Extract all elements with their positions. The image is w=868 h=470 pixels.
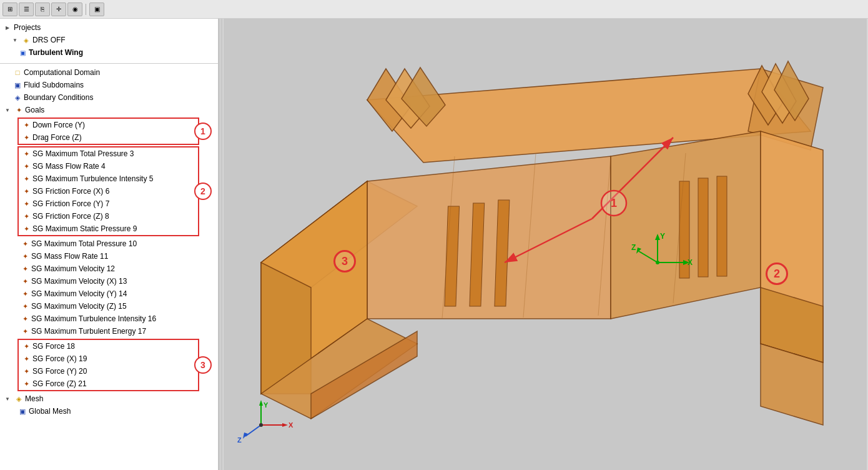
tree-item-sg20[interactable]: ✦ SG Force (Y) 20 <box>19 365 198 378</box>
sg13-label: SG Maximum Velocity (X) 13 <box>31 277 127 286</box>
tree-item-sg6[interactable]: ✦ SG Friction Force (X) 6 <box>19 185 198 198</box>
main-area: ▶ Projects ▼ ◈ DRS OFF ▣ Turbulent Wing <box>0 19 868 470</box>
sg8-icon: ✦ <box>21 211 31 221</box>
left-panel: ▶ Projects ▼ ◈ DRS OFF ▣ Turbulent Wing <box>0 19 219 470</box>
tree-item-sg15[interactable]: ✦ SG Maximum Velocity (Z) 15 <box>0 300 218 312</box>
sg20-label: SG Force (Y) 20 <box>32 367 87 376</box>
wing-label: Turbulent Wing <box>29 48 83 57</box>
goals-icon: ✦ <box>14 105 24 115</box>
svg-rect-16 <box>717 176 727 276</box>
sg16-icon: ✦ <box>20 314 30 324</box>
fluid-icon: ▣ <box>12 80 22 90</box>
tree-item-sg4[interactable]: ✦ SG Mass Flow Rate 4 <box>19 160 198 172</box>
sg6-icon: ✦ <box>21 186 31 196</box>
global-mesh-icon: ▣ <box>17 406 27 416</box>
mesh-icon: ◈ <box>14 394 24 404</box>
expand-icon-goals: ▼ <box>2 105 12 115</box>
sg13-icon: ✦ <box>20 276 30 286</box>
sg15-icon: ✦ <box>20 301 30 311</box>
svg-marker-5 <box>367 156 611 319</box>
sg17-icon: ✦ <box>20 326 30 336</box>
toolbar-btn-cross[interactable]: ✛ <box>51 2 66 16</box>
dragforce-icon: ✦ <box>21 132 31 142</box>
svg-text:1: 1 <box>611 197 617 209</box>
goals-label: Goals <box>25 106 44 114</box>
tree-item-sg8[interactable]: ✦ SG Friction Force (Z) 8 <box>19 210 198 222</box>
sg14-label: SG Maximum Velocity (Y) 14 <box>31 289 127 298</box>
tree-item-sg21[interactable]: ✦ SG Force (Z) 21 <box>19 378 198 390</box>
svg-text:X: X <box>688 258 693 267</box>
sg12-icon: ✦ <box>20 264 30 274</box>
tree-item-sg12[interactable]: ✦ SG Maximum Velocity 12 <box>0 262 218 275</box>
sg9-icon: ✦ <box>21 224 31 234</box>
toolbar: ⊞ ☰ ⎘ ✛ ◉ ▣ <box>0 0 868 19</box>
tree-item-downforce[interactable]: ✦ Down Force (Y) <box>19 119 198 131</box>
tree-item-mesh[interactable]: ▼ ◈ Mesh <box>0 392 218 405</box>
sg18-label: SG Force 18 <box>32 342 75 351</box>
tree-item-global-mesh[interactable]: ▣ Global Mesh <box>0 405 218 418</box>
svg-point-42 <box>656 261 659 264</box>
tree-item-dragforce[interactable]: ✦ Drag Force (Z) <box>19 131 198 144</box>
sg8-label: SG Friction Force (Z) 8 <box>32 212 109 221</box>
svg-point-52 <box>259 423 263 427</box>
viewport-badge-3: 3 <box>333 250 356 272</box>
tree-item-sg11[interactable]: ✦ SG Mass Flow Rate 11 <box>0 250 218 262</box>
viewport[interactable]: Y X Z Y X <box>222 19 868 470</box>
sg3-icon: ✦ <box>21 149 31 159</box>
tree-item-sg7[interactable]: ✦ SG Friction Force (Y) 7 <box>19 198 198 210</box>
sg9-label: SG Maximum Static Pressure 9 <box>32 224 137 233</box>
goals-between-groups: ✦ SG Maximum Total Pressure 10 ✦ SG Mass… <box>0 238 218 338</box>
group3-badge: 3 <box>194 356 212 374</box>
sg10-icon: ✦ <box>20 239 30 249</box>
drs-label: DRS OFF <box>32 36 66 44</box>
goals-group-3-box: ✦ SG Force 18 ✦ SG Force (X) 19 ✦ SG For… <box>17 339 199 391</box>
sg19-label: SG Force (X) 19 <box>32 354 87 363</box>
tree-item-sg3[interactable]: ✦ SG Maximum Total Pressure 3 <box>19 148 198 160</box>
tree-item-wing[interactable]: ▣ Turbulent Wing <box>0 46 218 59</box>
tree-item-sg18[interactable]: ✦ SG Force 18 <box>19 340 198 352</box>
sg3-label: SG Maximum Total Pressure 3 <box>32 149 134 158</box>
toolbar-btn-copy[interactable]: ⎘ <box>35 2 50 16</box>
mesh-label: Mesh <box>25 394 43 403</box>
toolbar-btn-grid[interactable]: ⊞ <box>2 2 17 16</box>
sg5-label: SG Maximum Turbulence Intensity 5 <box>32 174 153 183</box>
tree-item-sg16[interactable]: ✦ SG Maximum Turbulence Intensity 16 <box>0 312 218 325</box>
tree-item-projects[interactable]: ▶ Projects <box>0 21 218 34</box>
toolbar-btn-list[interactable]: ☰ <box>19 2 34 16</box>
comp-domain-icon: □ <box>12 68 22 78</box>
svg-text:Y: Y <box>264 401 269 409</box>
tree-item-sg19[interactable]: ✦ SG Force (X) 19 <box>19 352 198 365</box>
sg10-label: SG Maximum Total Pressure 10 <box>31 239 137 248</box>
dragforce-label: Drag Force (Z) <box>32 133 82 142</box>
tree-item-sg9[interactable]: ✦ SG Maximum Static Pressure 9 <box>19 222 198 235</box>
toolbar-btn-square[interactable]: ▣ <box>89 2 104 16</box>
tree-item-drs[interactable]: ▼ ◈ DRS OFF <box>0 34 218 46</box>
tree-item-sg17[interactable]: ✦ SG Maximum Turbulent Energy 17 <box>0 325 218 338</box>
sg19-icon: ✦ <box>21 354 31 364</box>
sg17-label: SG Maximum Turbulent Energy 17 <box>31 327 146 336</box>
svg-text:Z: Z <box>631 243 636 252</box>
expand-icon-projects: ▶ <box>2 22 12 32</box>
sg11-label: SG Mass Flow Rate 11 <box>31 252 108 261</box>
sg7-icon: ✦ <box>21 199 31 209</box>
sg18-icon: ✦ <box>21 341 31 351</box>
group2-badge: 2 <box>194 182 212 200</box>
tree-item-fluid[interactable]: ▣ Fluid Subdomains <box>0 79 218 91</box>
toolbar-btn-circle[interactable]: ◉ <box>67 2 82 16</box>
tree-item-comp-domain[interactable]: □ Computational Domain <box>0 66 218 79</box>
goals-group-2-box: ✦ SG Maximum Total Pressure 3 ✦ SG Mass … <box>17 146 199 236</box>
tree-item-sg10[interactable]: ✦ SG Maximum Total Pressure 10 <box>0 238 218 250</box>
tree-item-goals-header[interactable]: ▼ ✦ Goals <box>0 104 218 116</box>
downforce-icon: ✦ <box>21 120 31 130</box>
projects-label: Projects <box>14 23 41 32</box>
tree-item-sg5[interactable]: ✦ SG Maximum Turbulence Intensity 5 <box>19 172 198 185</box>
tree-item-boundary[interactable]: ◈ Boundary Conditions <box>0 91 218 104</box>
sg11-icon: ✦ <box>20 251 30 261</box>
tree-section: ▶ Projects ▼ ◈ DRS OFF ▣ Turbulent Wing <box>0 19 218 470</box>
tree-item-sg14[interactable]: ✦ SG Maximum Velocity (Y) 14 <box>0 288 218 300</box>
sg16-label: SG Maximum Turbulence Intensity 16 <box>31 314 156 323</box>
sg21-label: SG Force (Z) 21 <box>32 379 87 388</box>
svg-text:Y: Y <box>660 232 665 241</box>
tree-item-sg13[interactable]: ✦ SG Maximum Velocity (X) 13 <box>0 275 218 288</box>
sg21-icon: ✦ <box>21 379 31 389</box>
